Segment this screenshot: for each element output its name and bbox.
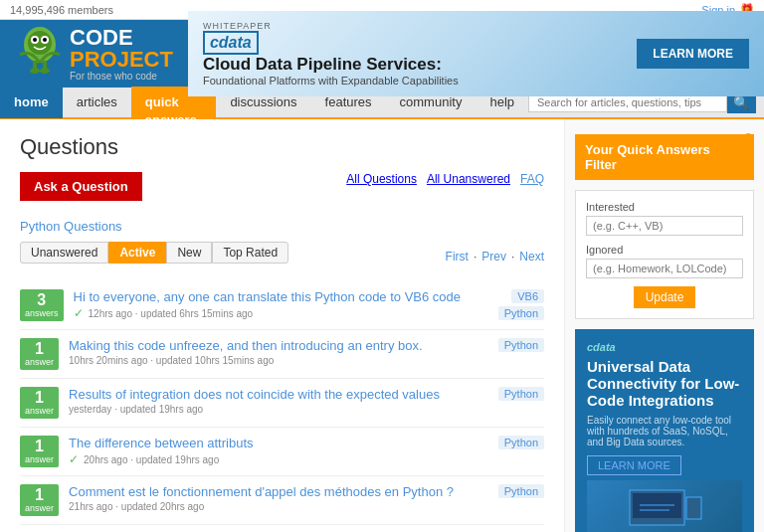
svg-point-5 bbox=[43, 38, 47, 42]
main-content: Questions Ask a Question All Questions A… bbox=[0, 119, 764, 532]
ad-label: WHITEPAPER bbox=[203, 21, 622, 31]
svg-point-1 bbox=[28, 31, 52, 55]
ad-title: Cloud Data Pipeline Services: bbox=[203, 55, 622, 75]
logo-icon bbox=[15, 27, 65, 82]
question-item: 1answerThe difference between attributs✓… bbox=[20, 428, 544, 476]
tag[interactable]: Python bbox=[498, 387, 544, 401]
question-title-link[interactable]: Comment est le fonctionnement d'appel de… bbox=[69, 484, 475, 499]
sort-tabs: Unanswered Active New Top Rated bbox=[20, 242, 288, 264]
update-filter-button[interactable]: Update bbox=[634, 286, 696, 308]
first-page-link[interactable]: First bbox=[446, 250, 469, 264]
question-meta-text: yesterday · updated 19hrs ago bbox=[69, 404, 203, 415]
faq-link[interactable]: FAQ bbox=[520, 172, 544, 186]
question-title-link[interactable]: Making this code unfreeze, and then intr… bbox=[69, 338, 475, 353]
question-meta: 10hrs 20mins ago · updated 10hrs 15mins … bbox=[69, 355, 475, 366]
nav-home[interactable]: home bbox=[0, 87, 63, 118]
interested-input[interactable] bbox=[586, 216, 743, 236]
page-title: Questions bbox=[20, 134, 544, 160]
quick-answers-filter-title: Your Quick Answers Filter bbox=[575, 134, 754, 180]
nav-articles[interactable]: articles bbox=[63, 87, 131, 118]
question-body: Making this code unfreeze, and then intr… bbox=[69, 338, 475, 366]
tag[interactable]: Python bbox=[498, 306, 544, 320]
breadcrumb-link[interactable]: Python Questions bbox=[20, 219, 122, 234]
tag[interactable]: Python bbox=[498, 484, 544, 498]
pagination: First· Prev· Next bbox=[446, 250, 544, 264]
interested-label: Interested bbox=[586, 201, 743, 213]
svg-rect-14 bbox=[686, 497, 701, 519]
question-item: 1answerComment est le fonctionnement d'a… bbox=[20, 476, 544, 525]
ignored-input[interactable] bbox=[586, 259, 743, 278]
sidebar-ad-desc: Easily connect any low-code tool with hu… bbox=[587, 415, 742, 447]
svg-point-8 bbox=[30, 68, 40, 74]
sidebar-ad-brand: cdata bbox=[587, 341, 742, 353]
tag[interactable]: Python bbox=[498, 436, 544, 449]
question-title-link[interactable]: Results of integration does not coincide… bbox=[69, 387, 475, 402]
question-body: Comment est le fonctionnement d'appel de… bbox=[69, 484, 475, 512]
sidebar-ad-title: Universal Data Connectivity for Low-Code… bbox=[587, 358, 742, 409]
header-ad: WHITEPAPER cdata Cloud Data Pipeline Ser… bbox=[188, 11, 764, 96]
sort-tab-active[interactable]: Active bbox=[108, 242, 166, 264]
question-body: Hi to everyone, any one can translate th… bbox=[74, 289, 475, 320]
check-icon: ✓ bbox=[69, 452, 79, 466]
logo-area: CODE PROJECT For those who code bbox=[0, 27, 188, 82]
ad-learn-more-button[interactable]: LEARN MORE bbox=[637, 39, 749, 69]
logo-code: CODE bbox=[70, 27, 173, 49]
sort-tab-top-rated[interactable]: Top Rated bbox=[212, 242, 288, 264]
question-meta: yesterday · updated 19hrs ago bbox=[69, 404, 475, 415]
sidebar-ad-cta[interactable]: LEARN MORE bbox=[587, 455, 681, 475]
ad-content: WHITEPAPER cdata Cloud Data Pipeline Ser… bbox=[203, 21, 622, 87]
logo-project: PROJECT bbox=[70, 49, 173, 71]
header-banner: CODE PROJECT For those who code WHITEPAP… bbox=[0, 20, 764, 88]
right-panel: ☍ Your Quick Answers Filter Interested I… bbox=[565, 119, 764, 532]
answer-count: 1answer bbox=[20, 484, 59, 516]
question-body: Results of integration does not coincide… bbox=[69, 387, 475, 415]
all-unanswered-link[interactable]: All Unanswered bbox=[427, 172, 510, 186]
ad-subtitle: Foundational Platforms with Expandable C… bbox=[203, 75, 622, 87]
answer-count: 1answer bbox=[20, 338, 59, 370]
question-meta-text: 12hrs ago · updated 6hrs 15mins ago bbox=[89, 308, 254, 319]
question-title-link[interactable]: The difference between attributs bbox=[69, 436, 475, 450]
svg-point-4 bbox=[33, 38, 37, 42]
sort-tab-new[interactable]: New bbox=[166, 242, 212, 264]
ignored-label: Ignored bbox=[586, 244, 743, 256]
all-questions-link[interactable]: All Questions bbox=[346, 172, 417, 186]
prev-page-link[interactable]: Prev bbox=[481, 250, 506, 264]
question-tags: VB6Python bbox=[484, 289, 544, 320]
question-meta: ✓12hrs ago · updated 6hrs 15mins ago bbox=[74, 306, 475, 320]
question-item: 1answerHow do i...convert it in C++yeste… bbox=[20, 525, 544, 532]
cdata-brand: cdata bbox=[203, 31, 259, 55]
question-meta-text: 10hrs 20mins ago · updated 10hrs 15mins … bbox=[69, 355, 274, 366]
logo-text: CODE PROJECT For those who code bbox=[70, 27, 173, 82]
answer-count: 3answers bbox=[20, 289, 64, 321]
member-count: 14,995,496 members bbox=[10, 4, 113, 16]
question-meta-text: 21hrs ago · updated 20hrs ago bbox=[69, 501, 204, 512]
sort-tab-unanswered[interactable]: Unanswered bbox=[20, 242, 108, 264]
question-tags: Python bbox=[484, 436, 544, 449]
answer-count: 1answer bbox=[20, 387, 59, 419]
sidebar-ad-image bbox=[587, 480, 742, 532]
ask-question-button[interactable]: Ask a Question bbox=[20, 172, 142, 201]
tag[interactable]: Python bbox=[498, 338, 544, 352]
question-filters: All Questions All Unanswered FAQ bbox=[346, 172, 544, 186]
filter-inputs: Interested Ignored Update bbox=[575, 190, 754, 319]
sidebar-ad: cdata Universal Data Connectivity for Lo… bbox=[575, 329, 754, 532]
tag[interactable]: VB6 bbox=[511, 289, 544, 303]
next-page-link[interactable]: Next bbox=[519, 250, 544, 264]
answer-count: 1answer bbox=[20, 436, 59, 467]
question-meta: 21hrs ago · updated 20hrs ago bbox=[69, 501, 475, 512]
question-title-link[interactable]: Hi to everyone, any one can translate th… bbox=[74, 289, 475, 304]
left-panel: Questions Ask a Question All Questions A… bbox=[0, 119, 565, 532]
svg-point-9 bbox=[40, 68, 50, 74]
breadcrumb: Python Questions bbox=[20, 219, 544, 234]
question-meta: ✓20hrs ago · updated 19hrs ago bbox=[69, 452, 475, 466]
question-body: The difference between attributs✓20hrs a… bbox=[69, 436, 475, 466]
check-icon: ✓ bbox=[74, 306, 84, 320]
question-item: 1answerMaking this code unfreeze, and th… bbox=[20, 330, 544, 379]
logo-tagline: For those who code bbox=[70, 71, 173, 82]
question-meta-text: 20hrs ago · updated 19hrs ago bbox=[84, 454, 219, 465]
questions-list: 3answersHi to everyone, any one can tran… bbox=[20, 281, 544, 532]
question-tags: Python bbox=[484, 484, 544, 498]
question-item: 1answerResults of integration does not c… bbox=[20, 379, 544, 428]
question-tags: Python bbox=[484, 338, 544, 352]
question-item: 3answersHi to everyone, any one can tran… bbox=[20, 281, 544, 330]
